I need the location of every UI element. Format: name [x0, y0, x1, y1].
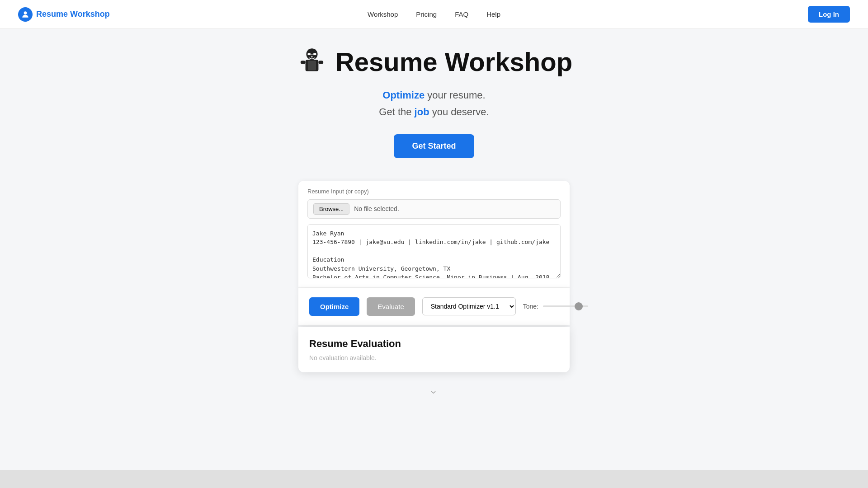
optimizer-select[interactable]: Standard Optimizer v1.1 Advanced Optimiz…	[422, 297, 516, 315]
resume-input-card: Resume Input (or copy) Browse... No file…	[298, 181, 570, 288]
hero-title-row: Resume Workshop	[296, 45, 572, 78]
optimize-button[interactable]: Optimize	[309, 297, 359, 316]
hero-title: Resume Workshop	[335, 47, 572, 77]
nav-links: Workshop Pricing FAQ Help	[368, 10, 500, 18]
resume-textarea[interactable]	[307, 224, 561, 278]
nav-help[interactable]: Help	[486, 10, 500, 18]
svg-rect-2	[307, 53, 311, 55]
subtitle-optimize: Optimize	[382, 89, 425, 101]
file-upload-row: Browse... No file selected.	[307, 199, 561, 219]
evaluate-button[interactable]: Evaluate	[367, 297, 415, 316]
logo-link[interactable]: Resume Workshop	[18, 7, 110, 22]
hero-mascot-icon	[296, 45, 328, 78]
scroll-indicator: ›	[0, 386, 868, 399]
logo-icon	[18, 7, 33, 22]
file-name-label: No file selected.	[354, 205, 399, 212]
svg-rect-9	[318, 61, 323, 64]
evaluation-card: Resume Evaluation No evaluation availabl…	[298, 327, 570, 372]
svg-point-5	[311, 56, 313, 57]
nav-faq[interactable]: FAQ	[455, 10, 468, 18]
controls-row: Optimize Evaluate Standard Optimizer v1.…	[309, 297, 559, 316]
navbar: Resume Workshop Workshop Pricing FAQ Hel…	[0, 0, 868, 29]
get-started-button[interactable]: Get Started	[394, 134, 474, 158]
nav-workshop[interactable]: Workshop	[368, 10, 398, 18]
evaluation-title: Resume Evaluation	[309, 338, 559, 350]
subtitle-line1-suffix: your resume.	[425, 89, 486, 101]
browse-button[interactable]: Browse...	[313, 203, 349, 215]
tone-slider[interactable]	[543, 305, 588, 307]
controls-card: Optimize Evaluate Standard Optimizer v1.…	[298, 288, 570, 325]
svg-rect-8	[301, 61, 306, 64]
tone-container: Tone:	[523, 303, 588, 310]
svg-rect-3	[313, 53, 316, 55]
subtitle-line2-suffix: you deserve.	[429, 106, 489, 117]
resume-input-label: Resume Input (or copy)	[307, 188, 561, 195]
footer-bar	[0, 470, 868, 488]
subtitle-line2-prefix: Get the	[379, 106, 414, 117]
hero-subtitle: Optimize your resume. Get the job you de…	[379, 87, 489, 121]
svg-rect-7	[308, 61, 316, 70]
tone-label: Tone:	[523, 303, 538, 310]
nav-pricing[interactable]: Pricing	[416, 10, 437, 18]
evaluation-empty: No evaluation available.	[309, 354, 559, 361]
subtitle-job: job	[415, 106, 429, 117]
login-button[interactable]: Log In	[808, 6, 850, 23]
logo-text: Resume Workshop	[36, 9, 110, 19]
svg-point-0	[24, 11, 27, 14]
chevron-down-icon: ›	[428, 390, 440, 394]
cards-section: Resume Input (or copy) Browse... No file…	[0, 181, 868, 372]
